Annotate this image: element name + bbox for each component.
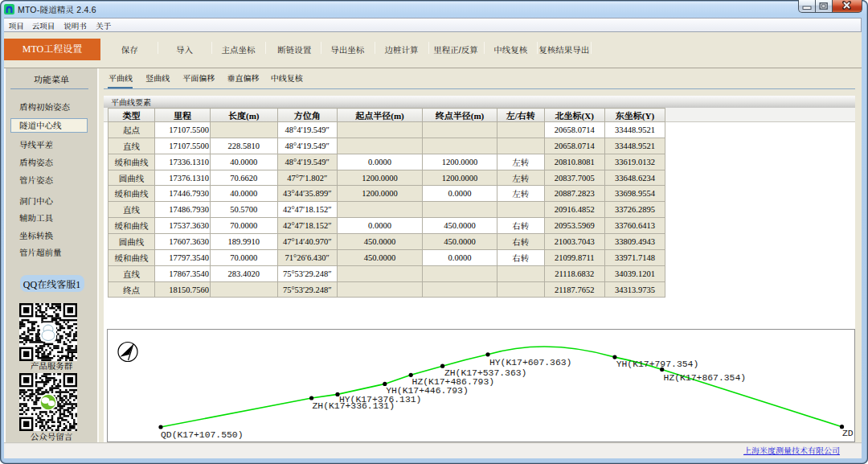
svg-text:HZ(K17+486.793): HZ(K17+486.793) — [412, 377, 495, 387]
svg-text:YH(K17+446.793): YH(K17+446.793) — [386, 386, 469, 396]
svg-text:ZD: ZD — [842, 429, 854, 438]
svg-text:QD(K17+107.550): QD(K17+107.550) — [161, 430, 244, 440]
svg-text:HZ(K17+867.354): HZ(K17+867.354) — [664, 373, 747, 383]
svg-text:HY(K17+376.131): HY(K17+376.131) — [339, 395, 422, 404]
svg-text:HY(K17+607.363): HY(K17+607.363) — [489, 358, 572, 368]
svg-text:ZH(K17+537.363): ZH(K17+537.363) — [444, 368, 527, 378]
svg-text:YH(K17+797.354): YH(K17+797.354) — [616, 359, 699, 369]
